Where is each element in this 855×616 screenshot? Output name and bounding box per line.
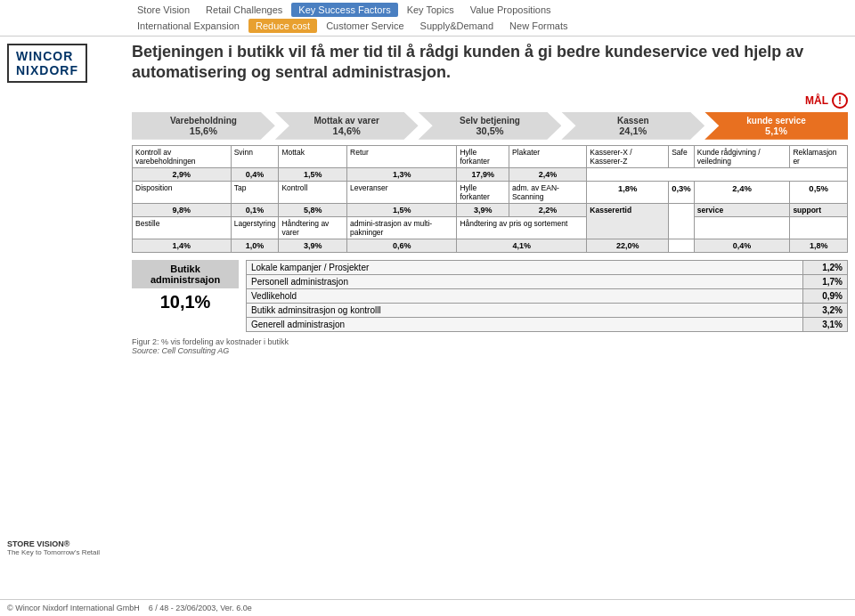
nav-customer-service[interactable]: Customer Service bbox=[319, 19, 411, 33]
butikk-row-label: Generell administrasjon bbox=[247, 317, 803, 331]
cell-pct-188: 1,8% bbox=[587, 181, 669, 203]
nav-reduce-cost[interactable]: Reduce cost bbox=[248, 19, 317, 33]
cell-total-18: 1,8% bbox=[790, 239, 848, 252]
nav-key-topics[interactable]: Key Topics bbox=[400, 3, 461, 17]
butikk-left: Butikk administrsajon 10,1% bbox=[132, 260, 239, 332]
nav-value-propositions[interactable]: Value Propositions bbox=[463, 3, 558, 17]
cell-total-39: 3,9% bbox=[279, 239, 347, 252]
cell-pct-01: 0,1% bbox=[231, 203, 279, 216]
cell-hylle2: Hylle forkanter bbox=[457, 181, 509, 203]
butikk-pct: 10,1% bbox=[160, 292, 211, 312]
cell-pct-58: 5,8% bbox=[279, 203, 347, 216]
cell-pct-retur: 1,3% bbox=[347, 167, 457, 181]
table-row-labels-3: Bestille Lagerstyring Håndtering av vare… bbox=[133, 216, 848, 239]
cell-empty-r5-10 bbox=[790, 216, 848, 239]
logo-wincor: WINCOR bbox=[16, 49, 78, 63]
arrow-pct-selv: 30,5% bbox=[476, 126, 503, 136]
cell-pct-15: 1,5% bbox=[347, 203, 457, 216]
fig-caption: Figur 2: % vis fordeling av kostnader i … bbox=[132, 337, 848, 346]
process-arrow-mottak: Mottak av varer 14,6% bbox=[275, 112, 419, 140]
cell-pct-22: 2,2% bbox=[509, 203, 586, 216]
cell-pct-39a: 3,9% bbox=[457, 203, 509, 216]
cell-adm-ean: adm. av EAN-Scanning bbox=[509, 181, 586, 203]
process-arrow-selv: Selv betjening 30,5% bbox=[419, 112, 562, 140]
cell-admini: admini-strasjon av multi-pakninger bbox=[347, 216, 457, 239]
table-row-pct-2: 9,8% 0,1% 5,8% 1,5% 3,9% 2,2% Kassererti… bbox=[133, 203, 848, 216]
arrow-title-kassen: Kassen bbox=[617, 116, 649, 126]
arrow-pct-varebeholdning: 15,6% bbox=[190, 126, 217, 136]
butikk-table-row: Generell administrasjon 3,1% bbox=[247, 317, 848, 331]
butikk-row-label: Butikk adminsitrasjon og kontrolll bbox=[247, 303, 803, 317]
top-navigation: Store Vision Retail Challenges Key Succe… bbox=[0, 0, 855, 36]
cell-service: service bbox=[694, 203, 790, 216]
nav-international-expansion[interactable]: International Expansion bbox=[130, 19, 247, 33]
arrow-title-selv: Selv betjening bbox=[460, 116, 520, 126]
maal-label: MÅL bbox=[805, 94, 828, 107]
cell-kasserertid: Kasserertid bbox=[587, 203, 669, 239]
cell-pct-kontroll: 2,9% bbox=[133, 167, 232, 181]
table-row-pct-1: 2,9% 0,4% 1,5% 1,3% 17,9% 2,4% bbox=[133, 167, 848, 181]
cell-kasserer-xz: Kasserer-X / Kasserer-Z bbox=[587, 145, 669, 167]
cell-pct-03: 0,3% bbox=[669, 181, 695, 203]
butikk-title: Butikk administrsajon bbox=[132, 260, 239, 288]
process-arrows-row: Varebeholdning 15,6% Mottak av varer 14,… bbox=[132, 112, 848, 140]
butikk-table: Lokale kampanjer / Prosjekter 1,2% Perso… bbox=[246, 260, 848, 332]
butikk-row-pct: 1,2% bbox=[803, 260, 848, 274]
page-container: Store Vision Retail Challenges Key Succe… bbox=[0, 0, 855, 616]
cell-pct-mottak2: 1,5% bbox=[279, 167, 347, 181]
cell-total-220: 22,0% bbox=[587, 239, 669, 252]
nav-new-formats[interactable]: New Formats bbox=[502, 19, 574, 33]
maal-exclaim-icon: ! bbox=[832, 93, 848, 109]
cell-pct-plakater: 2,4% bbox=[509, 167, 586, 181]
table-row-labels-2: Disposition Tap Kontroll Leveranser Hyll… bbox=[133, 181, 848, 203]
bottom-section: Butikk administrsajon 10,1% Lokale kampa… bbox=[132, 260, 848, 332]
cell-total-41: 4,1% bbox=[457, 239, 587, 252]
arrow-pct-mottak: 14,6% bbox=[333, 126, 361, 136]
nav-key-success-factors[interactable]: Key Success Factors bbox=[291, 3, 397, 17]
cell-kunde-raad: Kunde rådgivning / veiledning bbox=[694, 145, 790, 167]
cell-haandtering2: Håndtering av pris og sortement bbox=[457, 216, 587, 239]
cell-pct-empty1 bbox=[587, 167, 848, 181]
cell-safe: Safe bbox=[669, 145, 695, 167]
butikk-table-row: Lokale kampanjer / Prosjekter 1,2% bbox=[247, 260, 848, 274]
cell-bestille: Bestille bbox=[133, 216, 232, 239]
cell-support: support bbox=[790, 203, 848, 216]
cell-tap: Tap bbox=[231, 181, 279, 203]
butikk-right: Lokale kampanjer / Prosjekter 1,2% Perso… bbox=[246, 260, 848, 332]
footer-copyright: © Wincor Nixdorf International GmbH bbox=[7, 604, 140, 612]
nav-row-2: International Expansion Reduce cost Cust… bbox=[4, 18, 851, 34]
arrow-title-varebeholdning: Varebeholdning bbox=[170, 116, 237, 126]
logo-box: WINCOR NIXDORF bbox=[7, 44, 87, 83]
nav-retail-challenges[interactable]: Retail Challenges bbox=[199, 3, 289, 17]
main-data-table: Kontroll av varebeholdningen Svinn Motta… bbox=[132, 145, 848, 253]
maal-container: MÅL ! bbox=[132, 93, 848, 109]
nav-supply-demand[interactable]: Supply&Demand bbox=[413, 19, 501, 33]
cell-total-10: 1,0% bbox=[231, 239, 279, 252]
butikk-row-pct: 1,7% bbox=[803, 274, 848, 288]
arrow-title-mottak: Mottak av varer bbox=[314, 116, 379, 126]
footer-page: 6 / 48 - 23/06/2003, Ver. 6.0e bbox=[149, 604, 252, 612]
butikk-row-pct: 0,9% bbox=[803, 288, 848, 303]
butikk-row-label: Personell administrasjon bbox=[247, 274, 803, 288]
arrow-pct-kassen: 24,1% bbox=[619, 126, 647, 136]
cell-total-14: 1,4% bbox=[133, 239, 232, 252]
cell-mottak: Mottak bbox=[279, 145, 347, 167]
cell-kontroll: Kontroll av varebeholdningen bbox=[133, 145, 232, 167]
cell-kontroll2: Kontroll bbox=[279, 181, 347, 203]
cell-total-empty bbox=[669, 239, 695, 252]
butikk-row-label: Vedlikehold bbox=[247, 288, 803, 303]
page-headline: Betjeningen i butikk vil få mer tid til … bbox=[132, 42, 848, 84]
butikk-row-pct: 3,2% bbox=[803, 303, 848, 317]
nav-store-vision[interactable]: Store Vision bbox=[130, 3, 197, 17]
sidebar: WINCOR NIXDORF STORE VISION® The Key to … bbox=[0, 36, 125, 599]
cell-total-04: 0,4% bbox=[694, 239, 790, 252]
cell-pct-98: 9,8% bbox=[133, 203, 232, 216]
butikk-table-row: Personell administrasjon 1,7% bbox=[247, 274, 848, 288]
arrow-pct-kunde: 5,1% bbox=[765, 126, 787, 136]
cell-plakater: Plakater bbox=[509, 145, 586, 167]
cell-pct-hylle1: 17,9% bbox=[457, 167, 509, 181]
cell-svinn: Svinn bbox=[231, 145, 279, 167]
main-body: WINCOR NIXDORF STORE VISION® The Key to … bbox=[0, 36, 855, 599]
butikk-table-row: Butikk adminsitrasjon og kontrolll 3,2% bbox=[247, 303, 848, 317]
cell-total-06: 0,6% bbox=[347, 239, 457, 252]
